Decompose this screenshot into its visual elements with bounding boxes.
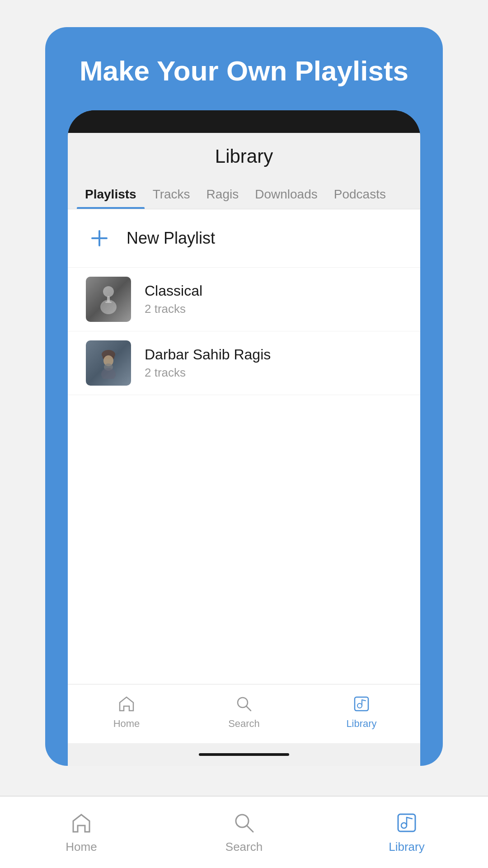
outer-nav-search-label: Search xyxy=(225,840,263,854)
home-bar xyxy=(199,753,289,756)
tabs-row: Playlists Tracks Ragis Downloads Podcast xyxy=(68,178,420,209)
tab-podcasts[interactable]: Podcasts xyxy=(326,178,394,209)
playlist-thumb-darbar xyxy=(86,340,131,386)
outer-library-icon xyxy=(393,809,420,836)
svg-rect-5 xyxy=(105,302,112,303)
svg-line-16 xyxy=(362,700,366,701)
svg-point-20 xyxy=(401,823,407,828)
svg-point-10 xyxy=(101,368,116,379)
new-playlist-label: New Playlist xyxy=(127,229,215,248)
outer-nav-home-label: Home xyxy=(66,840,97,854)
screen-header: Library Playlists Tracks Ragis Downloads xyxy=(68,133,420,209)
phone-nav-search[interactable]: Search xyxy=(185,693,303,730)
svg-line-18 xyxy=(247,826,253,832)
svg-point-14 xyxy=(357,703,362,708)
screen-content: New Playlist xyxy=(68,209,420,684)
outer-search-icon xyxy=(230,809,258,836)
phone-screen: Library Playlists Tracks Ragis Downloads xyxy=(68,133,420,766)
tab-playlists[interactable]: Playlists xyxy=(77,178,145,209)
playlist-name-classical: Classical xyxy=(145,283,202,299)
blue-promo-card: Make Your Own Playlists Library Playlist… xyxy=(45,27,443,766)
phone-nav-search-label: Search xyxy=(228,718,260,730)
outer-nav-library-label: Library xyxy=(389,840,424,854)
playlist-tracks-classical: 2 tracks xyxy=(145,302,202,316)
outer-nav-search[interactable]: Search xyxy=(163,809,325,859)
svg-line-22 xyxy=(407,817,412,819)
phone-mockup: Library Playlists Tracks Ragis Downloads xyxy=(68,110,420,766)
plus-icon xyxy=(86,225,113,252)
playlist-thumb-classical xyxy=(86,277,131,322)
phone-bottom-nav: Home Search xyxy=(68,684,420,743)
outer-home-icon xyxy=(68,809,95,836)
home-indicator xyxy=(68,743,420,766)
home-icon xyxy=(115,693,138,715)
library-icon xyxy=(350,693,373,715)
outer-nav-home[interactable]: Home xyxy=(0,809,163,859)
svg-line-12 xyxy=(246,706,251,711)
screen-title: Library xyxy=(68,146,420,178)
hero-title: Make Your Own Playlists xyxy=(61,54,427,110)
outer-bottom-tab-bar: Home Search Library xyxy=(0,796,488,868)
playlist-info-classical: Classical 2 tracks xyxy=(145,283,202,316)
phone-notch xyxy=(199,114,289,130)
outer-nav-library[interactable]: Library xyxy=(325,809,488,859)
phone-nav-library[interactable]: Library xyxy=(303,693,420,730)
phone-nav-home[interactable]: Home xyxy=(68,693,185,730)
playlist-tracks-darbar: 2 tracks xyxy=(145,366,271,380)
playlist-info-darbar: Darbar Sahib Ragis 2 tracks xyxy=(145,346,271,380)
playlist-name-darbar: Darbar Sahib Ragis xyxy=(145,346,271,363)
svg-point-2 xyxy=(103,286,114,297)
phone-notch-bar xyxy=(68,110,420,133)
phone-nav-home-label: Home xyxy=(113,718,140,730)
playlist-item-classical[interactable]: Classical 2 tracks xyxy=(68,268,420,331)
playlist-item-darbar[interactable]: Darbar Sahib Ragis 2 tracks xyxy=(68,331,420,395)
svg-rect-4 xyxy=(107,296,110,302)
outer-background: Make Your Own Playlists Library Playlist… xyxy=(0,0,488,868)
phone-nav-library-label: Library xyxy=(346,718,376,730)
tab-tracks[interactable]: Tracks xyxy=(145,178,198,209)
new-playlist-button[interactable]: New Playlist xyxy=(68,209,420,268)
tab-downloads[interactable]: Downloads xyxy=(247,178,326,209)
search-icon xyxy=(233,693,255,715)
tab-ragis[interactable]: Ragis xyxy=(198,178,247,209)
